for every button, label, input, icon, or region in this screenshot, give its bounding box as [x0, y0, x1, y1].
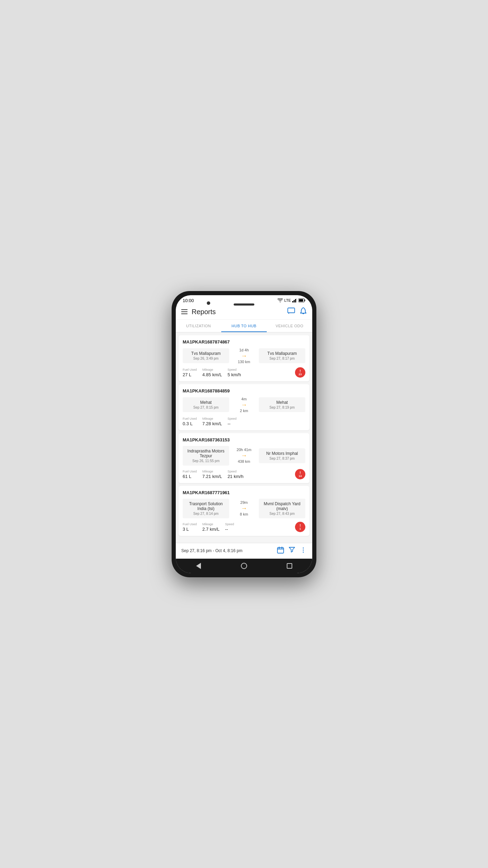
mileage-value: 7.21 km/L — [202, 474, 222, 479]
report-card[interactable]: MA1PKAR1687363153 Indraprastha Motors Te… — [179, 433, 309, 483]
to-location: Nr Motors Imphal Sep 27, 8:37 pm — [259, 448, 305, 463]
speed: Speed 21 km/h — [227, 470, 243, 479]
stats: Fuel Used 27 L Mileage 4.85 km/L Speed 5… — [183, 368, 305, 377]
tab-hub-to-hub[interactable]: HUB TO HUB — [221, 320, 267, 332]
page-title: Reports — [192, 308, 216, 316]
from-name: Mehat — [186, 400, 226, 405]
to-time: Sep 27, 8:17 pm — [262, 357, 302, 360]
phone-camera — [207, 301, 210, 305]
nav-back-button[interactable] — [195, 562, 202, 570]
alert-count: 23 — [299, 373, 302, 376]
route: Mehat Sep 27, 8:15 pm 4m → 2 km Mehat Se… — [183, 397, 305, 413]
svg-rect-1 — [294, 300, 295, 302]
lte-label: LTE — [284, 298, 291, 302]
to-time: Sep 27, 8:19 pm — [262, 406, 302, 409]
route: Tvs Mallapuram Sep 26, 3:49 pm 1d 4h → 1… — [183, 348, 305, 364]
mileage: Mileage 4.85 km/L — [202, 368, 222, 377]
filter-icon[interactable] — [289, 547, 295, 555]
from-location: Tvs Mallapuram Sep 26, 3:49 pm — [183, 348, 229, 363]
bottom-actions — [277, 547, 307, 555]
svg-rect-8 — [277, 548, 284, 553]
from-time: Sep 26, 3:49 pm — [186, 357, 226, 360]
mileage-label: Mileage — [202, 417, 222, 420]
stats: Fuel Used 0.3 L Mileage 7.28 km/L Speed … — [183, 417, 305, 426]
alert-badge[interactable]: ! 1 — [295, 522, 305, 532]
route-middle: 1d 4h → 130 km — [232, 348, 256, 364]
alert-icon: ! — [299, 524, 301, 528]
svg-rect-0 — [292, 301, 293, 302]
speed-label: Speed — [227, 470, 243, 473]
more-icon[interactable] — [300, 547, 307, 555]
wifi-icon — [277, 298, 283, 302]
nav-bar — [176, 559, 312, 573]
vehicle-id: MA1PKAR1687771961 — [183, 490, 305, 495]
tab-utilization[interactable]: UTILIZATION — [176, 320, 221, 332]
speed-label: Speed — [227, 368, 241, 371]
status-bar: 10:00 LTE — [176, 295, 312, 305]
hamburger-line-1 — [181, 309, 187, 310]
svg-point-14 — [303, 551, 304, 552]
alert-count: 14 — [299, 475, 302, 478]
tab-vehicle-odo[interactable]: VEHICLE ODO — [267, 320, 312, 332]
fuel-label: Fuel Used — [183, 368, 197, 371]
from-location: Indraprastha Motors Tezpur Sep 26, 11:55… — [183, 446, 229, 466]
bell-icon[interactable] — [300, 307, 307, 317]
header: Reports — [176, 305, 312, 320]
distance: 438 km — [238, 459, 250, 463]
duration: 1d 4h — [239, 348, 249, 352]
fuel-label: Fuel Used — [183, 470, 197, 473]
stats: Fuel Used 3 L Mileage 2.7 km/L Speed -- … — [183, 522, 305, 532]
report-list: MA1PKAR1687874867 Tvs Mallapuram Sep 26,… — [176, 332, 312, 543]
duration: 20h 41m — [237, 448, 252, 452]
calendar-icon[interactable] — [277, 547, 284, 555]
arrow-icon: → — [241, 505, 247, 511]
alert-icon: ! — [299, 369, 301, 373]
fuel-label: Fuel Used — [183, 522, 197, 526]
vehicle-id: MA1PKAR1687363153 — [183, 437, 305, 442]
svg-rect-5 — [305, 300, 305, 301]
svg-rect-2 — [295, 299, 296, 302]
to-name: Tvs Mallapuram — [262, 351, 302, 356]
fuel-label: Fuel Used — [183, 417, 197, 420]
svg-point-12 — [303, 547, 304, 548]
speed-label: Speed — [227, 417, 236, 420]
fuel-used: Fuel Used 3 L — [183, 522, 197, 532]
to-location: Mehat Sep 27, 8:19 pm — [259, 397, 305, 412]
from-name: Indraprastha Motors Tezpur — [186, 449, 226, 458]
speed-label: Speed — [225, 522, 234, 526]
vehicle-id: MA1PKAR1687874867 — [183, 339, 305, 345]
signal-icon — [292, 298, 297, 302]
from-location: Mehat Sep 27, 8:15 pm — [183, 397, 229, 412]
from-location: Trasnport Solution India (tsi) Sep 27, 8… — [183, 499, 229, 518]
alert-badge[interactable]: ! 14 — [295, 469, 305, 479]
svg-point-13 — [303, 549, 304, 550]
route-middle: 29m → 8 km — [232, 500, 256, 516]
to-name: Mvml Dispatch Yard (malv) — [262, 501, 302, 511]
mileage: Mileage 7.28 km/L — [202, 417, 222, 426]
arrow-icon: → — [241, 353, 247, 359]
report-card[interactable]: MA1PKAR1687874867 Tvs Mallapuram Sep 26,… — [179, 335, 309, 381]
phone-speaker — [234, 303, 254, 306]
mileage: Mileage 7.21 km/L — [202, 470, 222, 479]
vehicle-id: MA1PKAR1687884859 — [183, 388, 305, 393]
distance: 2 km — [240, 409, 248, 413]
svg-rect-6 — [299, 299, 303, 302]
nav-home-button[interactable] — [240, 562, 248, 570]
nav-recents-button[interactable] — [286, 562, 293, 570]
recents-icon — [287, 563, 292, 569]
svg-rect-7 — [288, 308, 295, 313]
from-time: Sep 26, 11:55 pm — [186, 459, 226, 463]
from-time: Sep 27, 8:14 pm — [186, 512, 226, 516]
route: Trasnport Solution India (tsi) Sep 27, 8… — [183, 499, 305, 518]
mileage-value: 7.28 km/L — [202, 421, 222, 426]
report-card[interactable]: MA1PKAR1687884859 Mehat Sep 27, 8:15 pm … — [179, 384, 309, 430]
mileage-label: Mileage — [202, 470, 222, 473]
duration: 29m — [240, 500, 247, 505]
report-card[interactable]: MA1PKAR1687771961 Trasnport Solution Ind… — [179, 486, 309, 536]
speed: Speed 5 km/h — [227, 368, 241, 377]
fuel-used: Fuel Used 0.3 L — [183, 417, 197, 426]
from-time: Sep 27, 8:15 pm — [186, 406, 226, 409]
alert-badge[interactable]: ! 23 — [295, 367, 305, 378]
message-icon[interactable] — [287, 308, 295, 316]
hamburger-menu[interactable] — [181, 309, 187, 314]
